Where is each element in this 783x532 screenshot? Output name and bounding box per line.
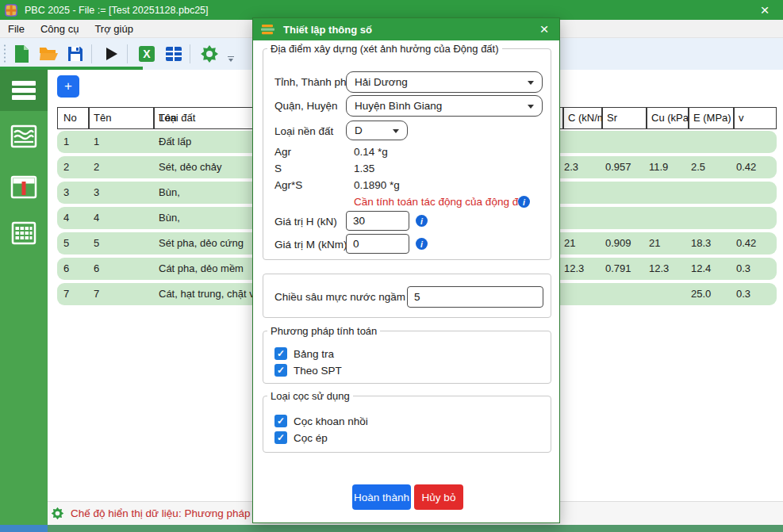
column-header-cu[interactable]: Cu (kPa) — [646, 108, 688, 128]
water-depth-label: Chiều sâu mực nước ngầm (m) — [274, 291, 424, 303]
agr-label: Agr — [274, 146, 291, 158]
info-icon[interactable]: i — [416, 238, 428, 250]
excel-icon: X — [138, 45, 155, 63]
cell-cu — [649, 207, 689, 229]
cancel-button[interactable]: Hủy bỏ — [414, 484, 463, 510]
pile-types-group-legend: Loại cọc sử dụng — [267, 390, 353, 402]
earthquake-warning-text: Cần tính toán tác động của động đất — [354, 196, 527, 208]
cell-sr — [605, 207, 647, 229]
cell-no: 7 — [63, 283, 90, 305]
h-value-label: Giá trị H (kN) — [274, 216, 337, 228]
province-label: Tỉnh, Thành phố — [274, 76, 352, 88]
menu-file[interactable]: File — [0, 23, 33, 35]
cell-cu — [649, 283, 689, 305]
cell-e — [691, 182, 734, 204]
cell-no: 2 — [63, 156, 90, 178]
cell-e: 18.3 — [691, 232, 734, 255]
chevron-down-icon — [528, 81, 534, 85]
column-header-e[interactable]: E (MPa) — [688, 108, 733, 128]
toolbar-separator — [91, 44, 92, 63]
list-icon — [10, 79, 37, 101]
settings-dialog: Thiết lập thông số × Địa điểm xây dựng (… — [252, 17, 560, 523]
cell-c — [564, 283, 602, 305]
cell-c: 2.3 — [564, 156, 602, 178]
open-folder-icon — [39, 45, 59, 63]
cell-no: 1 — [63, 131, 90, 153]
sidebar-item-soil-layers[interactable] — [0, 116, 48, 157]
sliders-icon — [260, 23, 276, 36]
new-file-icon — [13, 44, 30, 63]
cell-v: 0.42 — [736, 156, 774, 178]
column-header-v[interactable]: v — [733, 108, 776, 128]
agrs-label: Agr*S — [274, 179, 302, 191]
cell-e — [691, 207, 734, 229]
column-header-ten[interactable]: Tên — [88, 108, 153, 128]
table-view-button[interactable] — [162, 42, 186, 66]
district-label: Quận, Huyện — [274, 100, 338, 112]
soil-type-value: D — [355, 124, 363, 136]
method-bang-tra-checkbox[interactable] — [274, 347, 287, 360]
cell-cu — [649, 182, 689, 204]
column-header-sr[interactable]: Sr — [601, 108, 646, 128]
window-close-icon[interactable]: × — [754, 0, 775, 20]
pile-khoan-nhoi-checkbox[interactable] — [274, 415, 287, 427]
settings-button[interactable] — [198, 42, 221, 66]
cell-sr — [605, 283, 647, 305]
cell-ten: 5 — [94, 232, 155, 255]
chevron-down-icon — [393, 129, 399, 133]
status-text: Chế độ hiển thị dữ liệu: Phương pháp tín… — [71, 507, 274, 519]
window-title: PBC 2025 - File := [Test 20251128.pbc25] — [25, 5, 209, 16]
complete-button[interactable]: Hoàn thành — [352, 484, 411, 510]
cell-v: 0.3 — [736, 258, 774, 280]
calculator-icon — [10, 221, 37, 245]
s-value: 1.35 — [354, 163, 374, 174]
province-dropdown[interactable]: Hải Dương — [346, 71, 543, 93]
window-edge-bottom — [48, 525, 783, 532]
h-value-input[interactable] — [346, 211, 409, 231]
district-dropdown[interactable]: Huyện Bình Giang — [346, 95, 543, 117]
cell-no: 4 — [63, 207, 90, 229]
app-window: PBC 2025 - File := [Test 20251128.pbc25]… — [0, 0, 783, 532]
svg-text:X: X — [143, 48, 151, 60]
cell-sr — [605, 131, 647, 153]
water-depth-input[interactable] — [407, 286, 543, 308]
menu-tools[interactable]: Công cụ — [33, 23, 86, 35]
sidebar-item-pile[interactable] — [0, 166, 48, 208]
column-header-c[interactable]: C (kN/m — [562, 108, 601, 128]
dialog-header[interactable]: Thiết lập thông số × — [253, 18, 559, 40]
m-value-input[interactable] — [346, 234, 409, 254]
column-header-no[interactable]: No — [58, 108, 88, 128]
m-value-label: Giá trị M (kNm) — [274, 239, 347, 251]
cell-no: 6 — [63, 258, 90, 280]
new-file-button[interactable] — [10, 42, 33, 66]
toolbar-overflow-icon[interactable] — [228, 56, 234, 62]
cell-no: 3 — [63, 182, 90, 204]
cell-v: 0.42 — [736, 232, 774, 255]
pile-ep-checkbox[interactable] — [274, 431, 287, 444]
run-button[interactable] — [99, 42, 123, 66]
excel-export-button[interactable]: X — [135, 42, 159, 66]
cell-e: 12.4 — [691, 258, 734, 280]
cell-ten: 7 — [94, 283, 155, 305]
location-group-legend: Địa điểm xây dựng (xét ảnh hưởng của Độn… — [267, 43, 502, 55]
cell-cu: 12.3 — [649, 258, 689, 280]
save-button[interactable] — [63, 42, 87, 66]
dialog-close-icon[interactable]: × — [534, 18, 555, 40]
toolbar-grip[interactable] — [3, 44, 6, 64]
gear-icon — [200, 44, 219, 63]
info-icon[interactable]: i — [518, 196, 530, 208]
sidebar-item-calculation[interactable] — [0, 212, 48, 254]
method-theo-spt-checkbox[interactable] — [274, 364, 287, 377]
menu-help[interactable]: Trợ giúp — [86, 23, 141, 35]
dialog-title: Thiết lập thông số — [283, 24, 372, 36]
cell-e — [691, 131, 734, 153]
add-row-button[interactable]: + — [57, 75, 79, 98]
open-file-button[interactable] — [36, 42, 60, 66]
pile-icon — [10, 175, 37, 199]
soil-type-dropdown[interactable]: D — [346, 121, 408, 140]
cell-no: 5 — [63, 232, 90, 255]
info-icon[interactable]: i — [416, 215, 428, 227]
sidebar-item-data-list[interactable] — [0, 70, 48, 111]
district-value: Huyện Bình Giang — [355, 100, 442, 112]
cell-c: 21 — [564, 232, 602, 255]
